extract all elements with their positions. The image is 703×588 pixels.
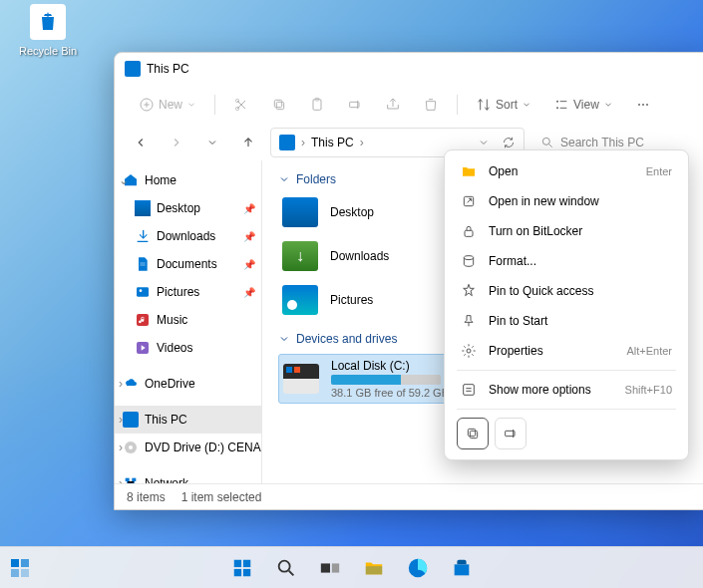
pin-icon: 📌 (243, 287, 255, 298)
ctx-action-rename[interactable] (495, 418, 527, 449)
format-icon (461, 253, 477, 269)
start-button[interactable] (223, 549, 261, 587)
cut-button[interactable] (225, 91, 257, 119)
pin-icon: 📌 (243, 203, 255, 214)
sidebar-item-downloads[interactable]: Downloads📌 (115, 222, 261, 250)
refresh-icon[interactable] (502, 136, 516, 149)
sidebar-item-music[interactable]: Music (115, 306, 261, 334)
svg-rect-40 (320, 563, 329, 572)
ctx-open-new-window[interactable]: Open in new window (451, 186, 682, 216)
ctx-action-copy[interactable] (457, 418, 489, 449)
svg-point-10 (638, 104, 640, 106)
delete-button[interactable] (415, 91, 447, 119)
back-button[interactable] (127, 129, 155, 156)
svg-rect-32 (21, 559, 29, 567)
downloads-icon (282, 241, 318, 271)
search-icon (540, 136, 554, 149)
ctx-open[interactable]: OpenEnter (451, 156, 682, 186)
properties-icon (461, 343, 477, 359)
desktop-icon (282, 197, 318, 227)
chevron-down-icon[interactable] (478, 137, 490, 148)
videos-icon (135, 340, 151, 356)
svg-point-11 (642, 104, 644, 106)
up-button[interactable] (234, 129, 262, 156)
statusbar: 8 items 1 item selected (115, 483, 703, 509)
pin-icon: 📌 (243, 231, 255, 242)
svg-rect-36 (242, 559, 249, 566)
recent-button[interactable] (198, 129, 226, 156)
sidebar-item-onedrive[interactable]: ›OneDrive (115, 370, 261, 398)
edge-button[interactable] (399, 549, 437, 587)
svg-point-26 (467, 349, 471, 353)
sidebar-item-documents[interactable]: Documents📌 (115, 250, 261, 278)
sidebar: ⌄ Home Desktop📌 Downloads📌 Documents📌 Pi… (115, 160, 262, 483)
sidebar-item-home[interactable]: ⌄ Home (115, 166, 261, 194)
pin-icon (461, 283, 477, 299)
status-items: 8 items (127, 490, 166, 504)
explorer-button[interactable] (355, 549, 393, 587)
titlebar[interactable]: This PC (115, 53, 703, 85)
ctx-pin-start[interactable]: Pin to Start (451, 306, 682, 336)
thispc-icon (125, 61, 141, 77)
search-button[interactable] (267, 549, 305, 587)
sidebar-item-thispc[interactable]: ›This PC (115, 406, 261, 434)
paste-button[interactable] (301, 91, 333, 119)
svg-rect-3 (276, 102, 283, 109)
recycle-bin-icon (30, 4, 66, 40)
svg-rect-38 (242, 568, 249, 575)
sidebar-item-pictures[interactable]: Pictures📌 (115, 278, 261, 306)
separator (457, 370, 676, 371)
share-button[interactable] (377, 91, 409, 119)
svg-point-12 (646, 104, 648, 106)
rename-icon (503, 426, 519, 441)
svg-rect-41 (331, 563, 338, 572)
copy-icon (465, 426, 481, 441)
window-title: This PC (147, 62, 189, 76)
more-icon (461, 382, 477, 398)
documents-icon (135, 256, 151, 272)
store-button[interactable] (443, 549, 481, 587)
recycle-bin-label: Recycle Bin (19, 45, 77, 57)
rename-button[interactable] (339, 91, 371, 119)
sidebar-item-dvd[interactable]: ›DVD Drive (D:) CENA (115, 434, 261, 461)
ctx-show-more[interactable]: Show more optionsShift+F10 (451, 375, 682, 405)
svg-point-8 (556, 101, 558, 103)
more-button[interactable] (627, 91, 659, 119)
copy-button[interactable] (263, 91, 295, 119)
taskview-button[interactable] (311, 549, 349, 587)
ctx-format[interactable]: Format... (451, 246, 682, 276)
svg-rect-4 (274, 100, 281, 107)
folder-icon (461, 163, 477, 179)
sidebar-item-videos[interactable]: Videos (115, 334, 261, 362)
ctx-pin-quick[interactable]: Pin to Quick access (451, 276, 682, 306)
pictures-icon (282, 285, 318, 315)
svg-rect-28 (470, 431, 477, 438)
svg-rect-14 (137, 287, 149, 296)
status-selected: 1 item selected (181, 490, 262, 504)
sidebar-item-desktop[interactable]: Desktop📌 (115, 194, 261, 222)
svg-point-39 (278, 560, 289, 571)
music-icon (135, 312, 151, 328)
new-button[interactable]: New (131, 91, 204, 119)
ctx-properties[interactable]: PropertiesAlt+Enter (451, 336, 682, 366)
view-button[interactable]: View (545, 91, 621, 119)
svg-point-15 (140, 289, 143, 292)
ctx-bitlocker[interactable]: Turn on BitLocker (451, 216, 682, 246)
svg-rect-21 (132, 478, 136, 481)
svg-rect-27 (464, 385, 475, 396)
breadcrumb-thispc[interactable]: This PC (311, 136, 354, 149)
forward-button[interactable] (163, 129, 190, 156)
widgets-button[interactable] (8, 556, 32, 580)
desktop-icon (135, 200, 151, 216)
sort-button[interactable]: Sort (468, 91, 539, 119)
separator (457, 409, 676, 410)
pin-icon: 📌 (243, 259, 255, 270)
taskbar (0, 546, 703, 588)
downloads-icon (135, 228, 151, 244)
svg-rect-33 (11, 569, 19, 577)
recycle-bin[interactable]: Recycle Bin (18, 4, 78, 58)
sidebar-item-network[interactable]: ›Network (115, 469, 261, 483)
drive-icon (283, 364, 319, 394)
svg-rect-35 (233, 559, 240, 566)
pin-icon (461, 313, 477, 329)
